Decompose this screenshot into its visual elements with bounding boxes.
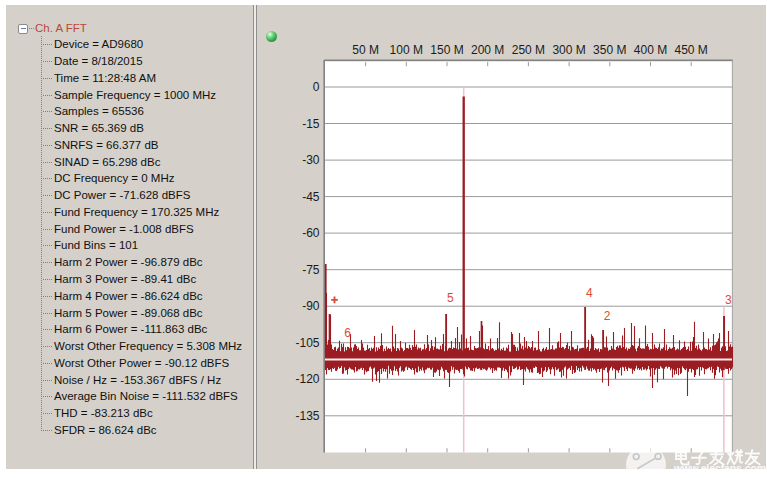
svg-text:200 M: 200 M	[471, 43, 504, 57]
svg-text:-75: -75	[302, 263, 320, 277]
svg-text:450 M: 450 M	[675, 43, 708, 57]
svg-text:400 M: 400 M	[634, 43, 667, 57]
svg-text:-90: -90	[302, 299, 320, 313]
svg-text:-60: -60	[302, 226, 320, 240]
svg-text:3: 3	[725, 293, 732, 307]
svg-text:-120: -120	[295, 372, 319, 386]
svg-text:-30: -30	[302, 153, 320, 167]
svg-text:100 M: 100 M	[390, 43, 423, 57]
svg-text:-45: -45	[302, 190, 320, 204]
svg-text:250 M: 250 M	[512, 43, 545, 57]
svg-text:2: 2	[604, 309, 611, 323]
svg-text:350 M: 350 M	[593, 43, 626, 57]
svg-text:-15: -15	[302, 117, 320, 131]
svg-text:50 M: 50 M	[352, 43, 379, 57]
svg-text:-135: -135	[295, 409, 319, 423]
svg-text:5: 5	[447, 291, 454, 305]
svg-text:0: 0	[313, 80, 320, 94]
svg-text:150 M: 150 M	[430, 43, 463, 57]
svg-text:-105: -105	[295, 336, 319, 350]
svg-text:300 M: 300 M	[552, 43, 585, 57]
svg-text:4: 4	[586, 286, 593, 300]
svg-text:6: 6	[344, 326, 351, 340]
